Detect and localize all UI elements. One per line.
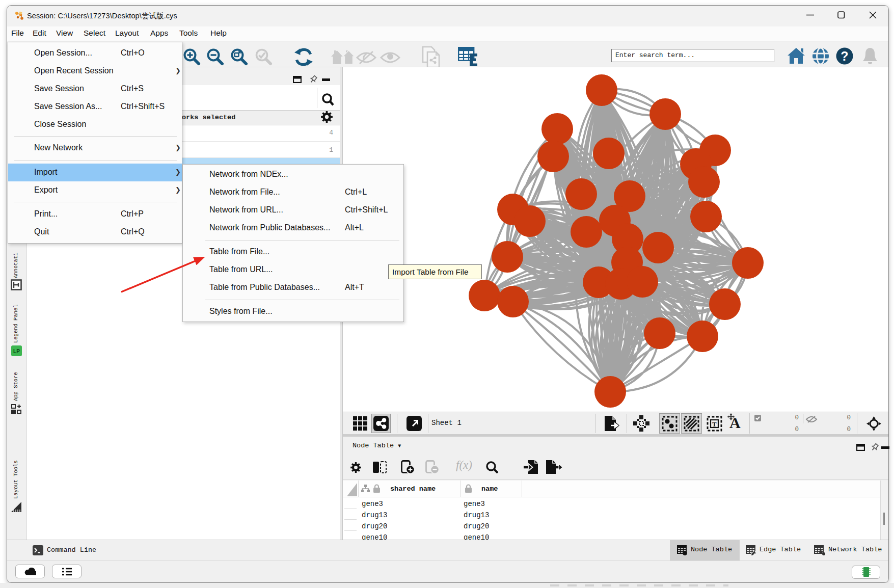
svg-text:?: ? — [841, 49, 848, 63]
svg-text:LP: LP — [13, 349, 20, 354]
svg-text:T: T — [712, 420, 717, 428]
